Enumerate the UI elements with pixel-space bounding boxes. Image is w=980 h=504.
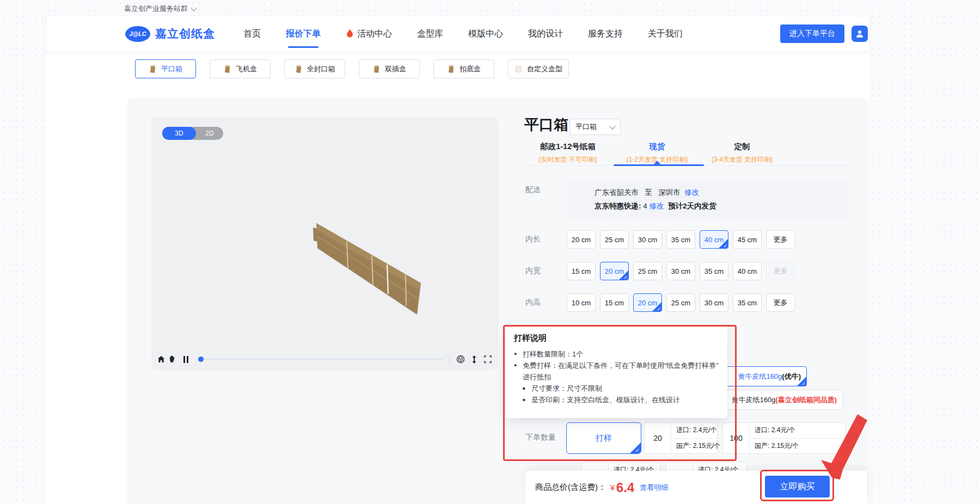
dim-option-inner-height-10cm[interactable]: 10 cm <box>567 293 596 312</box>
nav-item-label: 活动中心 <box>357 28 392 40</box>
dimension-options-inner-height: 10 cm15 cm20 cm25 cm30 cm35 cm更多 <box>567 293 795 312</box>
vertical-move-icon[interactable] <box>469 354 480 364</box>
nav-item-label: 我的设计 <box>528 28 563 40</box>
delivery-label: 配送 <box>525 185 541 195</box>
nav-item-我的设计[interactable]: 我的设计 <box>528 28 563 40</box>
nav-item-模版中心[interactable]: 模版中心 <box>468 28 503 40</box>
bullet-text: 打样数量限制：1个 <box>523 348 583 360</box>
orbit-cube-icon[interactable] <box>455 354 466 364</box>
domestic-price: 国产: 2.15元/个 <box>671 439 720 454</box>
sample-note-bullet: ●免费打样：在满足以下条件，可在下单时使用“纸盒免费打样券”进行抵扣 <box>514 360 719 383</box>
dim-option-inner-width-20cm[interactable]: 20 cm <box>600 262 629 280</box>
bullet-marker: ● <box>514 348 523 360</box>
dim-option-inner-length-30cm[interactable]: 30 cm <box>633 230 662 249</box>
box-tab-飞机盒[interactable]: 飞机盒 <box>210 59 271 78</box>
view-detail-link[interactable]: 查看明细 <box>640 483 668 493</box>
supply-tab-title: 现货 <box>627 142 688 152</box>
bullet-marker: ■ <box>523 394 531 405</box>
box-tab-平口箱[interactable]: 平口箱 <box>135 59 196 78</box>
edit-route-link[interactable]: 修改 <box>684 188 699 196</box>
home-icon[interactable] <box>156 354 167 364</box>
dim-option-inner-width-25cm[interactable]: 25 cm <box>633 262 662 280</box>
courier-value: 4 <box>643 202 647 210</box>
supply-tab-定制[interactable]: 定制(3-4天发货 支持印刷) <box>712 142 773 164</box>
person-icon <box>855 29 864 38</box>
logo[interactable]: J@LC 嘉立创纸盒 <box>125 26 215 42</box>
sample-note-title: 打样说明 <box>514 333 719 343</box>
quantity-card-100[interactable]: 100进口: 2.4元/个国产: 2.15元/个 <box>722 422 846 454</box>
dimension-label-inner-length: 内长 <box>525 235 567 244</box>
box-style-select[interactable]: 平口箱 <box>569 119 621 135</box>
dim-option-inner-length-更多[interactable]: 更多 <box>766 230 795 249</box>
material-name: 黄牛皮纸160g <box>738 372 782 382</box>
delivery-to-word: 至 <box>645 188 652 196</box>
supply-tab-subtitle: (实时发货 不可印刷) <box>538 155 597 164</box>
dim-option-inner-height-25cm[interactable]: 25 cm <box>666 293 695 312</box>
dim-option-inner-width-35cm[interactable]: 35 cm <box>700 262 728 280</box>
dim-option-inner-width-更多[interactable]: 更多 <box>766 262 795 280</box>
enter-order-platform-button[interactable]: 进入下单平台 <box>780 24 844 43</box>
dimension-label-inner-width: 内宽 <box>525 266 567 276</box>
pause-icon[interactable] <box>181 354 192 364</box>
nav-item-活动中心[interactable]: 活动中心 <box>346 28 392 40</box>
sample-note-popup: 打样说明 ●打样数量限制：1个●免费打样：在满足以下条件，可在下单时使用“纸盒免… <box>505 327 727 418</box>
buy-now-button[interactable]: 立即购买 <box>765 476 830 497</box>
box-tab-全封口箱[interactable]: 全封口箱 <box>284 59 345 78</box>
dim-option-inner-height-30cm[interactable]: 30 cm <box>700 293 728 312</box>
box-type-tabs: 平口箱飞机盒全封口箱双插盒扣底盒自定义盒型 <box>135 59 569 78</box>
dim-option-inner-height-35cm[interactable]: 35 cm <box>733 293 762 312</box>
fullscreen-icon[interactable] <box>482 354 493 364</box>
dim-option-inner-length-45cm[interactable]: 45 cm <box>733 230 762 249</box>
nav-item-首页[interactable]: 首页 <box>243 28 261 40</box>
dim-option-inner-width-30cm[interactable]: 30 cm <box>666 262 695 280</box>
site-group-dropdown[interactable]: 嘉立创产业服务站群 <box>124 4 196 14</box>
box-tab-自定义盒型[interactable]: 自定义盒型 <box>508 59 569 78</box>
edit-courier-link[interactable]: 修改 <box>650 202 664 210</box>
nav-item-盒型库[interactable]: 盒型库 <box>417 28 443 40</box>
nav-item-label: 报价下单 <box>286 28 321 40</box>
animation-slider-track[interactable] <box>205 359 443 360</box>
toggle-2d[interactable]: 2D <box>196 127 223 140</box>
nav-item-服务支持[interactable]: 服务支持 <box>588 28 623 40</box>
supply-tab-邮政1-12号纸箱[interactable]: 邮政1-12号纸箱(实时发货 不可印刷) <box>538 142 597 164</box>
nav-item-关于我们[interactable]: 关于我们 <box>648 28 683 40</box>
dim-option-inner-height-更多[interactable]: 更多 <box>766 293 795 312</box>
box-tab-label: 扣底盒 <box>460 64 481 74</box>
dim-option-inner-length-25cm[interactable]: 25 cm <box>600 230 629 249</box>
nav-item-label: 服务支持 <box>588 28 623 40</box>
chevron-down-icon <box>609 123 615 129</box>
animation-slider-handle[interactable] <box>198 357 204 362</box>
dimension-options-inner-width: 15 cm20 cm25 cm30 cm35 cm40 cm更多 <box>567 262 795 280</box>
dim-option-inner-length-40cm[interactable]: 40 cm <box>700 230 728 249</box>
dimension-options-inner-length: 20 cm25 cm30 cm35 cm40 cm45 cm更多 <box>567 230 795 249</box>
active-tab-pointer <box>653 161 661 165</box>
dimension-row-inner-length: 内长20 cm25 cm30 cm35 cm40 cm45 cm更多 <box>525 230 795 249</box>
box-tab-扣底盒[interactable]: 扣底盒 <box>433 59 494 78</box>
viewer-controls <box>156 354 493 365</box>
page-stage: 嘉立创产业服务站群 J@LC 嘉立创纸盒 首页报价下单活动中心盒型库模版中心我的… <box>0 0 980 504</box>
dim-option-inner-length-35cm[interactable]: 35 cm <box>666 230 695 249</box>
pan-hand-icon[interactable] <box>167 354 177 364</box>
delivery-courier: 京东特惠快递: 4 修改 预计2天内发货 <box>595 199 848 213</box>
delivery-box: 广东省韶关市 至 深圳市 修改 京东特惠快递: 4 修改 预计2天内发货 <box>567 180 848 218</box>
dim-option-inner-length-20cm[interactable]: 20 cm <box>567 230 596 249</box>
dim-option-inner-height-15cm[interactable]: 15 cm <box>600 293 629 312</box>
delivery-route: 广东省韶关市 至 深圳市 修改 <box>595 186 848 199</box>
box-tab-label: 双插盒 <box>385 64 406 74</box>
dim-option-inner-height-20cm[interactable]: 20 cm <box>633 293 662 312</box>
dim-option-inner-width-15cm[interactable]: 15 cm <box>567 262 596 280</box>
user-avatar[interactable] <box>852 26 868 42</box>
box-tab-双插盒[interactable]: 双插盒 <box>359 59 420 78</box>
toggle-3d[interactable]: 3D <box>162 127 196 140</box>
material-suffix: (优牛) <box>782 372 801 382</box>
view-mode-toggle: 3D 2D <box>162 127 223 140</box>
nav-item-label: 盒型库 <box>417 28 443 40</box>
cardboard-3d-model <box>312 218 426 318</box>
quantity-card-20[interactable]: 20进口: 2.4元/个国产: 2.15元/个 <box>644 422 718 454</box>
sample-quantity-button[interactable]: 打样 <box>566 422 641 454</box>
bullet-marker: ■ <box>523 383 531 394</box>
quantity-value: 20 <box>645 423 671 453</box>
dim-option-inner-width-40cm[interactable]: 40 cm <box>733 262 762 280</box>
nav-item-报价下单[interactable]: 报价下单 <box>286 28 321 40</box>
supply-tab-title: 邮政1-12号纸箱 <box>538 142 597 152</box>
